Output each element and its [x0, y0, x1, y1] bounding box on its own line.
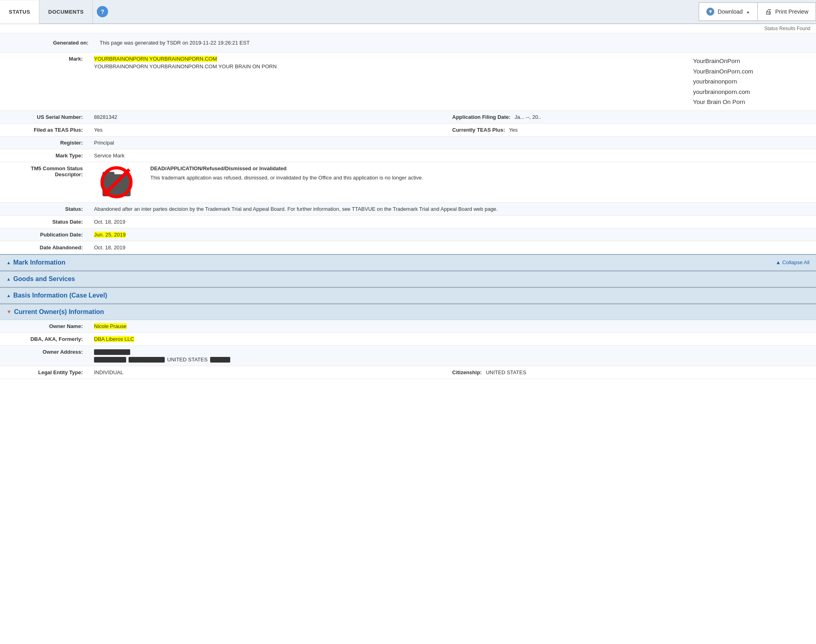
mark-image-line-1: YourBrainOnPorn [693, 56, 810, 66]
address-redacted-1 [94, 349, 130, 355]
toolbar-right: ▼ Download ▲ 🖨 Print Preview [699, 0, 816, 23]
pub-date-value: Jun. 25, 2019 [88, 228, 816, 241]
owner-section: Owner Name: Nicole Prause DBA, AKA, Form… [0, 320, 816, 379]
address-line1 [94, 349, 810, 355]
basis-info-section: ▲ Basis Information (Case Level) [0, 287, 816, 304]
basis-info-triangle: ▲ [6, 293, 11, 298]
collapse-all-button[interactable]: ▲ Collapse All [776, 259, 810, 265]
status-date-label: Status Date: [0, 216, 88, 228]
download-button[interactable]: ▼ Download ▲ [699, 2, 757, 21]
dba-highlight: DBA Liberos LLC [94, 336, 134, 342]
download-caret-icon: ▲ [746, 10, 750, 14]
register-label: Register: [0, 137, 88, 149]
serial-number: 88281342 [94, 114, 452, 120]
address-redacted-2 [94, 357, 126, 363]
goods-services-section: ▲ Goods and Services [0, 271, 816, 287]
tm5-label-line1: TM5 Common Status [4, 165, 83, 171]
status-value: Abandoned after an inter partes decision… [88, 203, 816, 215]
tm5-text-area: DEAD/APPLICATION/Refused/Dismissed or In… [145, 162, 816, 202]
generated-row: Generated on: This page was generated by… [0, 33, 816, 53]
mark-field-label: Mark: [0, 53, 88, 110]
dba-label: DBA, AKA, Formerly: [0, 333, 88, 345]
mark-information-label[interactable]: Mark Information [13, 259, 65, 266]
tm5-status-text: DEAD/APPLICATION/Refused/Dismissed or In… [150, 165, 810, 171]
date-abandoned-label: Date Abandoned: [0, 241, 88, 254]
main-content: Status Results Found Generated on: This … [0, 24, 816, 379]
generated-label: Generated on: [6, 37, 94, 49]
address-value: UNITED STATES [88, 346, 816, 366]
address-label: Owner Address: [0, 346, 88, 366]
goods-services-triangle: ▲ [6, 277, 11, 281]
basis-info-title[interactable]: ▲ Basis Information (Case Level) [6, 292, 107, 299]
tm5-label-line2: Descriptor: [4, 171, 83, 177]
address-line2: UNITED STATES [94, 357, 810, 363]
tab-status[interactable]: STATUS [0, 0, 39, 24]
teas-label: Filed as TEAS Plus: [0, 124, 88, 136]
status-date-value: Oct. 18, 2019 [88, 216, 816, 228]
basis-info-label[interactable]: Basis Information (Case Level) [13, 292, 107, 299]
download-label: Download [718, 8, 742, 15]
dba-row: DBA, AKA, Formerly: DBA Liberos LLC [0, 333, 816, 346]
teas-value: Yes [94, 127, 452, 133]
printer-icon: 🖨 [765, 8, 772, 16]
print-label: Print Preview [775, 8, 808, 15]
mark-information-title[interactable]: ▲ Mark Information [6, 259, 65, 266]
owner-triangle-icon: ▼ [6, 309, 12, 315]
help-button[interactable]: ? [97, 6, 108, 17]
currently-teas-value: Yes [509, 127, 517, 133]
serial-filing-row: US Serial Number: 88281342 Application F… [0, 111, 816, 124]
citizenship-value: UNITED STATES [486, 369, 526, 375]
filing-date-area: Application Filing Date: Ja... --, 20.. [452, 114, 811, 120]
print-preview-button[interactable]: 🖨 Print Preview [757, 2, 816, 21]
citizenship-label: Citizenship: [452, 369, 482, 375]
legal-entity-label: Legal Entity Type: [0, 366, 88, 379]
pub-date-row: Publication Date: Jun. 25, 2019 [0, 228, 816, 241]
mark-highlight-text: YOURBRAINONPORN YOURBRAINONPORN.COM [94, 56, 217, 62]
owner-name-row: Owner Name: Nicole Prause [0, 320, 816, 333]
tm5-description-text: This trademark application was refused, … [150, 175, 810, 181]
tm5-label: TM5 Common Status Descriptor: [0, 162, 88, 202]
address-redacted-4 [210, 357, 230, 363]
download-arrow-icon: ▼ [706, 8, 714, 16]
dba-value: DBA Liberos LLC [88, 333, 816, 345]
mark-type-label: Mark Type: [0, 149, 88, 162]
goods-services-label[interactable]: Goods and Services [13, 275, 75, 283]
mark-info-triangle: ▲ [6, 260, 11, 265]
owner-section-title[interactable]: Current Owner(s) Information [14, 308, 104, 316]
status-label: Status: [0, 203, 88, 215]
mark-field-value: YOURBRAINONPORN YOURBRAINONPORN.COM YOUR… [88, 53, 687, 110]
no-entry-folder-icon [100, 166, 133, 198]
mark-image-area: YourBrainOnPorn YourBrainOnPorn.com your… [687, 53, 816, 110]
goods-services-title[interactable]: ▲ Goods and Services [6, 275, 75, 283]
legal-entity-value: INDIVIDUAL [94, 369, 452, 375]
serial-label: US Serial Number: [0, 111, 88, 123]
mark-image-line-5: Your Brain On Porn [693, 97, 810, 107]
serial-value-area: 88281342 Application Filing Date: Ja... … [88, 111, 816, 123]
mark-row: Mark: YOURBRAINONPORN YOURBRAINONPORN.CO… [0, 53, 816, 111]
mark-image-line-2: YourBrainOnPorn.com [693, 66, 810, 77]
mark-type-row: Mark Type: Service Mark [0, 149, 816, 162]
tab-documents[interactable]: DOCUMENTS [39, 0, 93, 23]
date-abandoned-row: Date Abandoned: Oct. 18, 2019 [0, 241, 816, 254]
tm5-icon-area [88, 162, 145, 202]
currently-teas-label: Currently TEAS Plus: [452, 127, 505, 133]
mark-plain-text: YOURBRAINONPORN YOURBRAINONPORN.COM YOUR… [94, 63, 682, 69]
address-row: Owner Address: UNITED STATES [0, 346, 816, 367]
owner-name-value: Nicole Prause [88, 320, 816, 332]
generated-value: This page was generated by TSDR on 2019-… [94, 37, 810, 49]
status-date-row: Status Date: Oct. 18, 2019 [0, 216, 816, 228]
toolbar: STATUS DOCUMENTS ? ▼ Download ▲ 🖨 Print … [0, 0, 816, 24]
teas-value-area: Yes Currently TEAS Plus: Yes [88, 124, 816, 136]
address-country: UNITED STATES [167, 357, 208, 363]
tm5-row: TM5 Common Status Descriptor: DEAD/APPLI… [0, 162, 816, 203]
status-row: Status: Abandoned after an inter partes … [0, 203, 816, 216]
pub-date-label: Publication Date: [0, 228, 88, 241]
mark-image-line-3: yourbrainonporn [693, 76, 810, 87]
legal-entity-area: INDIVIDUAL Citizenship: UNITED STATES [88, 366, 816, 379]
owner-name-label: Owner Name: [0, 320, 88, 332]
mark-type-value: Service Mark [88, 149, 816, 162]
register-row: Register: Principal [0, 137, 816, 149]
legal-entity-row: Legal Entity Type: INDIVIDUAL Citizenshi… [0, 366, 816, 379]
mark-image-line-4: yourbrainonporn.com [693, 87, 810, 97]
currently-teas-area: Currently TEAS Plus: Yes [452, 127, 811, 133]
